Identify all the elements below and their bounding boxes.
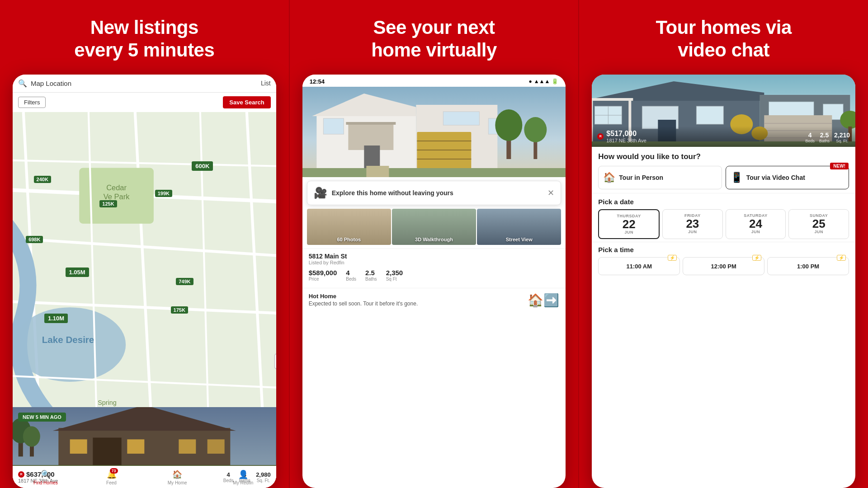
date-thu-22[interactable]: THURSDAY 22 JUN xyxy=(598,209,660,239)
price-tag-105m[interactable]: 1.05M xyxy=(66,267,89,277)
prop-price: $517,000 xyxy=(606,130,646,138)
wifi-icon: ● xyxy=(528,78,532,84)
svg-rect-33 xyxy=(179,439,196,454)
svg-rect-67 xyxy=(697,106,724,124)
status-bar: 12:54 ● ▲▲▲ 🔋 xyxy=(302,75,566,87)
detail-price-label: Price xyxy=(309,277,337,282)
property-overlay: R $517,000 1817 NE 38th Ave 4 Beds 2.5 B… xyxy=(592,126,855,147)
nav-my-home-label: My Home xyxy=(168,480,187,485)
battery-icon: 🔋 xyxy=(552,78,558,84)
date-sun-25[interactable]: SUNDAY 25 JUN xyxy=(788,209,849,239)
date-sat-24[interactable]: SATURDAY 24 JUN xyxy=(726,209,786,239)
svg-rect-62 xyxy=(592,98,633,101)
price-tag-175k[interactable]: 175K xyxy=(171,306,188,314)
date-options: THURSDAY 22 JUN FRIDAY 23 JUN SATURDAY 2… xyxy=(598,209,849,239)
lightning-icon-1: ⚡ xyxy=(752,255,761,261)
detail-stats: $589,000 Price 4 Beds 2.5 Baths 2,350 Sq… xyxy=(309,269,560,282)
time-val-2: 1:00 PM xyxy=(797,263,819,270)
phone-mock-3: R $517,000 1817 NE 38th Ave 4 Beds 2.5 B… xyxy=(592,75,855,488)
price-tag-240k[interactable]: 240K xyxy=(34,176,51,183)
search-input[interactable]: Map Location xyxy=(31,80,257,87)
price-tag-698k[interactable]: 698K xyxy=(26,236,43,243)
svg-point-26 xyxy=(23,426,40,447)
detail-baths-label: Baths xyxy=(365,277,377,282)
svg-rect-14 xyxy=(275,354,276,369)
street-view-thumbnail[interactable]: Street View xyxy=(477,209,561,245)
date-num-3: 25 xyxy=(791,218,847,230)
detail-sqft-label: Sq Ft xyxy=(386,277,403,282)
hot-home-block: Hot Home Expected to sell soon. Tour it … xyxy=(302,288,566,312)
date-mon-2: JUN xyxy=(728,230,784,234)
svg-text:Spring: Spring xyxy=(98,399,117,406)
hot-home-text: Hot Home Expected to sell soon. Tour it … xyxy=(309,293,418,307)
panel-virtual-tour: See your nexthome virtually 12:54 ● ▲▲▲ … xyxy=(289,0,579,488)
date-mon-0: JUN xyxy=(601,230,657,235)
time-1pm[interactable]: ⚡ 1:00 PM xyxy=(767,257,849,275)
svg-rect-29 xyxy=(93,436,121,466)
explore-text: Explore this home without leaving yours xyxy=(332,189,453,197)
time-12pm[interactable]: ⚡ 12:00 PM xyxy=(683,257,764,275)
price-tag-199k[interactable]: 199K xyxy=(155,190,172,197)
hot-desc: Expected to sell soon. Tour it before it… xyxy=(309,300,418,307)
price-tag-125k[interactable]: 125K xyxy=(99,200,117,207)
detail-beds-label: Beds xyxy=(346,277,356,282)
nav-my-redfin[interactable]: 👤 My Redfin xyxy=(210,466,276,488)
svg-rect-30 xyxy=(87,431,127,437)
prop-beds-label: Beds xyxy=(805,139,815,143)
prop-sqft: 2,210 Sq. Ft. xyxy=(834,131,850,143)
home-arrow-icon: 🏠➡️ xyxy=(528,293,559,308)
time-11am[interactable]: ⚡ 11:00 AM xyxy=(598,257,680,275)
my-redfin-icon: 👤 xyxy=(238,469,248,479)
price-tag-749k[interactable]: 749K xyxy=(176,278,193,285)
explore-banner: 🎥 Explore this home without leaving your… xyxy=(307,181,561,205)
in-person-label: Tour in Person xyxy=(619,174,663,181)
tour-options: 🏠 Tour in Person 📱 Tour via Video Chat N… xyxy=(598,166,849,189)
prop-baths-value: 2.5 xyxy=(819,131,830,139)
signal-icon: ▲▲▲ xyxy=(534,78,550,84)
photos-thumbnail[interactable]: 60 Photos xyxy=(307,209,391,245)
panel-new-listings: New listingsevery 5 minutes 🔍 Map Locati… xyxy=(0,0,289,488)
tour-in-person-option[interactable]: 🏠 Tour in Person xyxy=(598,166,722,189)
status-icons: ● ▲▲▲ 🔋 xyxy=(528,78,558,84)
detail-beds: 4 Beds xyxy=(346,269,356,282)
nav-my-redfin-label: My Redfin xyxy=(233,480,253,485)
time-val-1: 12:00 PM xyxy=(711,263,736,270)
filters-button[interactable]: Filters xyxy=(18,97,46,108)
nav-my-home[interactable]: 🏠 My Home xyxy=(144,466,210,488)
svg-text:Cedar: Cedar xyxy=(106,183,127,192)
lightning-icon-0: ⚡ xyxy=(668,255,677,261)
panel3-title: Tour homes viavideo chat xyxy=(656,16,792,62)
detail-address: 5812 Main St xyxy=(309,253,560,260)
save-search-button[interactable]: Save Search xyxy=(223,96,270,108)
tour-video-chat-option[interactable]: 📱 Tour via Video Chat NEW! xyxy=(726,166,849,189)
svg-point-53 xyxy=(495,109,522,141)
nav-find-homes[interactable]: 🔍 Find Homes xyxy=(13,466,79,488)
nav-feed[interactable]: 🔔 73 Feed xyxy=(79,466,145,488)
detail-listed-by: Listed by Redfin xyxy=(309,260,560,265)
search-icon: 🔍 xyxy=(18,79,27,88)
svg-rect-51 xyxy=(366,166,389,177)
status-time: 12:54 xyxy=(310,78,325,85)
date-fri-23[interactable]: FRIDAY 23 JUN xyxy=(662,209,723,239)
svg-text:Lake Desire: Lake Desire xyxy=(42,334,94,344)
prop-beds: 4 Beds xyxy=(805,131,815,143)
hot-label: Hot Home xyxy=(309,293,418,300)
prop-stats: 4 Beds 2.5 Baths 2,210 Sq. Ft. xyxy=(805,131,850,143)
close-banner-button[interactable]: ✕ xyxy=(547,188,554,198)
time-options: ⚡ 11:00 AM ⚡ 12:00 PM ⚡ 1:00 PM xyxy=(598,257,849,275)
price-tag-11m[interactable]: 1.10M xyxy=(44,314,68,323)
phone-mock-1: 🔍 Map Location List Filters Save Search xyxy=(13,75,276,488)
svg-rect-41 xyxy=(346,122,396,125)
svg-point-7 xyxy=(14,307,126,382)
explore-left: 🎥 Explore this home without leaving your… xyxy=(314,187,453,199)
walkthrough-thumbnail[interactable]: 3D Walkthrough xyxy=(392,209,476,245)
date-num-0: 22 xyxy=(601,218,657,230)
prop-baths-label: Baths xyxy=(819,139,830,143)
list-button[interactable]: List xyxy=(261,80,271,87)
video-chat-label: Tour via Video Chat xyxy=(746,174,805,181)
prop-price-info: $517,000 1817 NE 38th Ave xyxy=(606,130,646,143)
find-homes-icon: 🔍 xyxy=(41,469,51,479)
svg-rect-31 xyxy=(70,439,87,454)
prop-beds-value: 4 xyxy=(805,131,815,139)
price-tag-600k[interactable]: 600K xyxy=(192,161,213,171)
